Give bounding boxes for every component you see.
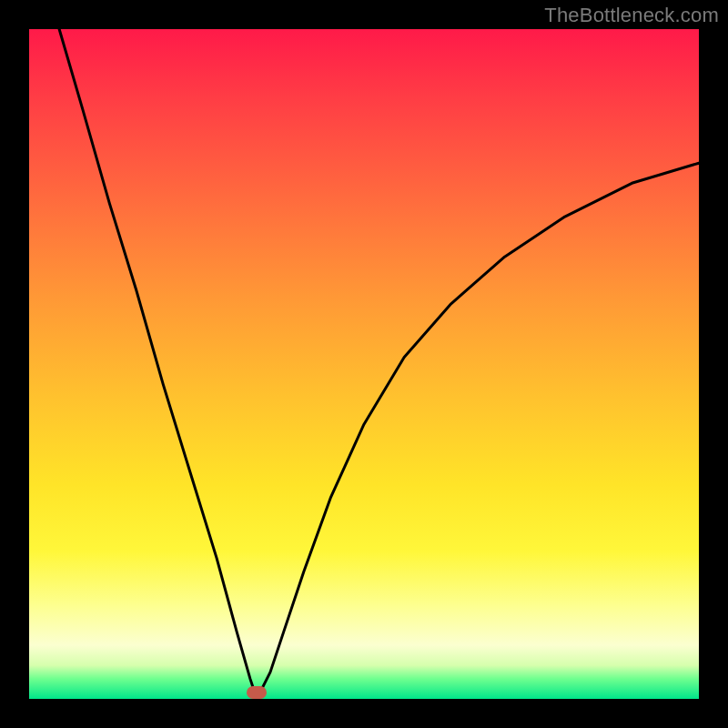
optimum-marker	[247, 686, 267, 699]
plot-area	[29, 29, 699, 699]
bottleneck-curve	[29, 29, 699, 699]
chart-frame: TheBottleneck.com	[0, 0, 728, 728]
watermark-label: TheBottleneck.com	[544, 4, 719, 27]
